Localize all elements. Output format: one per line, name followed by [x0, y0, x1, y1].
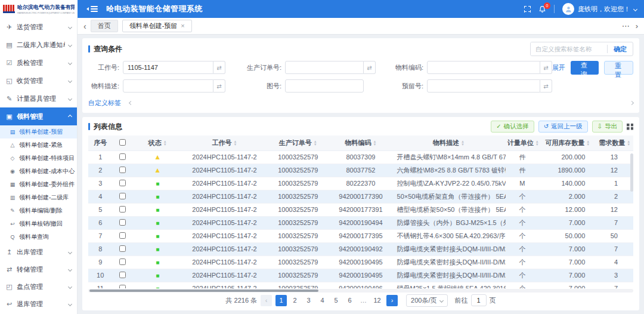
sort-icon[interactable]: ▲▼: [535, 140, 539, 146]
row-checkbox[interactable]: [119, 206, 126, 213]
page-button[interactable]: 4: [317, 295, 328, 306]
export-button[interactable]: ⇩ 导出: [592, 121, 623, 133]
goto-page-input[interactable]: [471, 294, 487, 306]
sidebar-item-requisition[interactable]: ▣ 领料管理: [0, 107, 77, 125]
sidebar-subitem-create-l2[interactable]: ▥ 领料单创建-二级库: [0, 191, 77, 204]
sidebar-item-quality[interactable]: ☑ 质检管理: [0, 54, 77, 72]
col-available-stock[interactable]: 可用库存数量▲▼: [539, 136, 596, 150]
menu-collapse-icon[interactable]: [85, 6, 98, 12]
sidebar-item-stocktake[interactable]: ◰ 盘点管理: [0, 278, 77, 295]
prev-page-button[interactable]: ‹: [261, 295, 272, 306]
table-row[interactable]: 6 ■ 2024HPC1105-1147-2 10003252579 94200…: [88, 216, 633, 229]
table-row[interactable]: 1 ▲ 2024HPC1105-1147-2 10003252579 80037…: [88, 150, 633, 164]
sort-icon[interactable]: ▲▼: [234, 140, 237, 146]
sidebar-subitem-create-outsourced[interactable]: ▦ 领料单创建-委外组件: [0, 178, 77, 191]
page-button[interactable]: 2: [289, 295, 301, 306]
vertical-scrollbar[interactable]: [630, 153, 633, 192]
search-button[interactable]: 查询: [571, 61, 599, 75]
page-size-select[interactable]: 200条/页: [406, 294, 447, 307]
col-demand-qty[interactable]: 需求数量▲▼: [596, 136, 633, 150]
chevron-left-icon[interactable]: [129, 100, 133, 104]
filter-icon[interactable]: ⇄: [540, 79, 552, 93]
row-checkbox[interactable]: [119, 153, 126, 160]
confirm-select-button[interactable]: ✓ 确认选择: [491, 121, 534, 133]
row-checkbox[interactable]: [119, 193, 126, 199]
sidebar-item-metering[interactable]: ✎ 计量器具管理: [0, 90, 77, 107]
sidebar-subitem-create-reserve[interactable]: ▤ 领料单创建-预留: [0, 125, 77, 138]
sort-icon[interactable]: ▲▼: [163, 140, 167, 146]
sort-icon[interactable]: ▲▼: [461, 140, 465, 146]
row-checkbox[interactable]: [119, 272, 126, 278]
sidebar-item-delivery[interactable]: ✈ 送货管理: [0, 18, 77, 36]
sort-icon[interactable]: ▲▼: [373, 140, 377, 146]
work-no-input[interactable]: [123, 61, 213, 74]
row-checkbox[interactable]: [119, 180, 126, 186]
sidebar-item-receiving[interactable]: ◱ 收货管理: [0, 72, 77, 90]
horizontal-scrollbar-thumb[interactable]: [89, 290, 318, 292]
col-material-code[interactable]: 物料编码▲▼: [329, 136, 392, 150]
page-button[interactable]: 6: [344, 295, 355, 306]
page-button[interactable]: 5: [330, 295, 342, 306]
row-checkbox[interactable]: [119, 232, 126, 239]
select-all-checkbox[interactable]: [119, 139, 126, 146]
sort-icon[interactable]: ▲▼: [586, 140, 590, 146]
sidebar-subitem-query[interactable]: Q 领料单查询: [0, 230, 77, 244]
table-row[interactable]: 7 ■ 2024HPC1105-1147-2 10003252579 94200…: [88, 229, 633, 242]
sidebar-item-outbound[interactable]: ↥ 出库管理: [0, 244, 77, 261]
prod-order-input[interactable]: [285, 61, 364, 74]
sidebar-subitem-create-special[interactable]: ◇ 领料单创建-特殊项目: [0, 152, 77, 165]
notification-bell-icon[interactable]: 0: [538, 5, 546, 13]
sidebar-item-return[interactable]: ↩ 退库管理: [0, 295, 77, 313]
sidebar-item-l2-inbound-notice[interactable]: ▤ 二级库入库通知单: [0, 36, 77, 54]
row-checkbox[interactable]: [119, 245, 126, 252]
next-page-button[interactable]: ›: [386, 295, 398, 306]
filter-icon[interactable]: ⇄: [213, 79, 225, 93]
tab-requisition-create-reserve[interactable]: 领料单创建-预留 ×: [122, 20, 192, 32]
table-row[interactable]: 3 ■ 2024HPC1105-1147-2 10003252579 80222…: [88, 177, 633, 190]
sidebar-subitem-writeoff-recall[interactable]: ↩ 领料单核销/撤回: [0, 217, 77, 230]
sidebar-item-transfer[interactable]: ⇄ 转储管理: [0, 261, 77, 278]
table-row[interactable]: 11 ■ 2024HPC1105-1147-2 10003252579 9420…: [88, 282, 633, 288]
tabs-more-icon[interactable]: ⋯: [622, 22, 630, 30]
filter-icon[interactable]: ⇄: [540, 61, 552, 74]
col-status[interactable]: 状态▲▼: [133, 136, 182, 150]
table-row[interactable]: 9 ■ 2024HPC1105-1147-2 10003252579 94200…: [88, 255, 633, 269]
tag-name-input[interactable]: [531, 42, 607, 56]
table-row[interactable]: 5 ■ 2024HPC1105-1147-2 10003252579 94200…: [88, 203, 633, 216]
confirm-button[interactable]: 确定: [608, 45, 633, 54]
page-button[interactable]: …: [358, 295, 369, 306]
tab-home[interactable]: 首页: [91, 20, 118, 32]
sidebar-subitem-create-urgent[interactable]: △ 领料单创建-紧急: [0, 138, 77, 152]
reset-button[interactable]: 重置: [604, 61, 633, 75]
col-unit[interactable]: 计量单位▲▼: [506, 136, 540, 150]
close-icon[interactable]: ×: [181, 23, 184, 29]
column-settings-icon[interactable]: [627, 124, 633, 130]
expand-link[interactable]: 展开: [552, 63, 565, 72]
sidebar-subitem-edit-delete[interactable]: ✎ 领料单编辑/删除: [0, 204, 77, 217]
sort-icon[interactable]: ▲▼: [314, 140, 317, 146]
tabs-back-icon[interactable]: ‹: [83, 22, 86, 30]
chevron-right-icon[interactable]: [630, 100, 634, 104]
material-desc-input[interactable]: [123, 79, 213, 93]
col-material-desc[interactable]: 物料描述▲▼: [392, 136, 506, 150]
sidebar-subitem-create-cost-center[interactable]: ◉ 领料单创建-成本中心: [0, 165, 77, 178]
table-row[interactable]: 10 ■ 2024HPC1105-1147-2 10003252579 9420…: [88, 269, 633, 282]
sort-icon[interactable]: ▲▼: [627, 140, 630, 146]
material-code-input[interactable]: [427, 61, 540, 74]
col-select-all[interactable]: [112, 136, 132, 150]
fullscreen-icon[interactable]: [524, 6, 531, 13]
table-row[interactable]: 8 ■ 2024HPC1105-1147-2 10003252579 94200…: [88, 242, 633, 255]
row-checkbox[interactable]: [119, 167, 126, 173]
row-checkbox[interactable]: [119, 258, 126, 265]
page-button[interactable]: 12: [371, 295, 383, 306]
reserve-no-input[interactable]: [427, 79, 540, 93]
filter-icon[interactable]: ⇄: [364, 61, 376, 74]
user-menu[interactable]: 庞铁明，欢迎您！: [562, 3, 637, 15]
drawing-no-input[interactable]: [285, 79, 364, 93]
col-work-no[interactable]: 工作号▲▼: [182, 136, 267, 150]
col-prod-order[interactable]: 生产订单号▲▼: [267, 136, 329, 150]
back-level-button[interactable]: ↺ 返回上一级: [538, 121, 588, 133]
table-row[interactable]: 4 ■ 2024HPC1105-1147-2 10003252579 94200…: [88, 190, 633, 203]
filter-icon[interactable]: ⇄: [213, 61, 225, 74]
page-button[interactable]: 3: [303, 295, 314, 306]
